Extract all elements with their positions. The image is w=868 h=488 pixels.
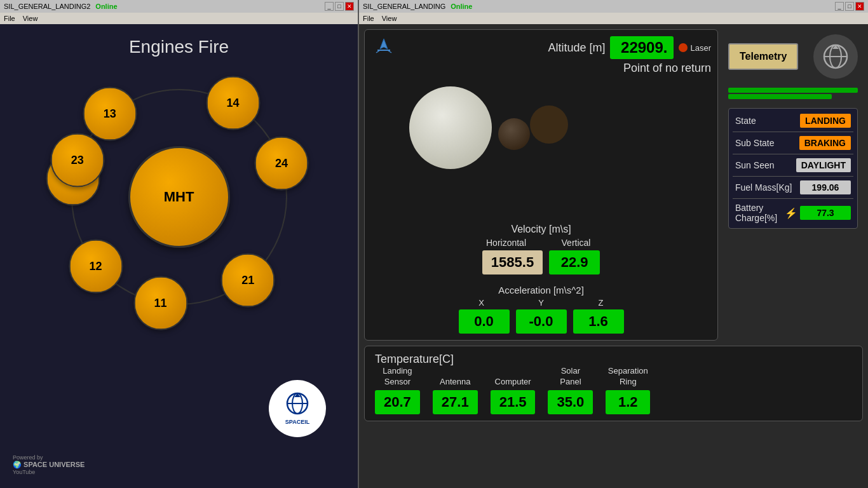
altitude-row: Altitude [m] 22909. Laser <box>371 36 711 59</box>
velocity-values-row: 1585.5 22.9 <box>371 250 711 274</box>
accel-title: Acceleration [m\s^2] <box>371 285 711 295</box>
laser-indicator: Laser <box>679 43 711 53</box>
moon-circle <box>409 86 492 169</box>
divider-3 <box>733 176 853 177</box>
battery-label: Battery Charge[%] <box>735 203 785 223</box>
right-menubar: File View <box>359 13 868 24</box>
sun-seen-label: Sun Seen <box>735 160 775 170</box>
temp-val-4: 1.2 <box>606 390 650 414</box>
accel-x-value: 0.0 <box>459 309 510 334</box>
temp-val-2: 21.5 <box>491 390 536 414</box>
fuel-value: 199.06 <box>800 180 851 194</box>
temp-val-3: 35.0 <box>548 390 593 414</box>
engine-label-21: 21 <box>241 273 254 287</box>
battery-value: 77.3 <box>800 206 851 220</box>
divider-2 <box>733 154 853 154</box>
engine-label-24: 24 <box>275 157 288 170</box>
left-title-text: SIL_GENERAL_LANDING2 <box>4 3 90 10</box>
maximize-btn[interactable]: □ <box>335 2 344 11</box>
accel-xyz-labels: X Y Z <box>371 298 711 308</box>
right-titlebar: SIL_GENERAL_LANDING Online _ □ ✕ <box>359 0 868 13</box>
temp-columns: LandingSensor 20.7 Antenna 27.1 Computer… <box>375 366 852 414</box>
svg-marker-4 <box>380 39 388 49</box>
divider-1 <box>733 132 853 132</box>
temp-col-landing-sensor: LandingSensor 20.7 <box>375 366 420 414</box>
telemetry-visual-panel: Altitude [m] 22909. Laser Point of no re… <box>364 29 718 341</box>
temperature-panel: Temperature[C] LandingSensor 20.7 Antenn… <box>364 346 863 421</box>
right-menu-file[interactable]: File <box>363 15 374 22</box>
velocity-title: Velocity [m\s] <box>371 224 711 235</box>
engines-title: Engines Fire <box>0 37 358 57</box>
temp-val-0: 20.7 <box>375 390 420 414</box>
temp-title: Temperature[C] <box>375 353 454 365</box>
left-win-controls: _ □ ✕ <box>325 2 354 11</box>
vertical-label: Vertical <box>548 238 605 248</box>
green-bars-area <box>728 88 858 100</box>
spaceil-logo-text: SPACEIL <box>285 419 309 425</box>
horizontal-value: 1585.5 <box>482 250 543 274</box>
battery-lightning-icon: ⚡ <box>785 207 797 219</box>
telemetry-button[interactable]: Telemetry <box>728 43 798 70</box>
engine-label-12: 12 <box>90 259 102 273</box>
engine-label-13: 13 <box>104 107 116 121</box>
temp-label-0: LandingSensor <box>383 366 412 388</box>
right-win-controls: _ □ ✕ <box>835 2 864 11</box>
sub-state-label: Sub State <box>735 138 775 148</box>
laser-dot <box>679 43 688 52</box>
close-btn[interactable]: ✕ <box>345 2 354 11</box>
right-panel: SIL_GENERAL_LANDING Online _ □ ✕ File Vi… <box>359 0 868 488</box>
engine-node-13: 13 <box>83 87 137 141</box>
spaceil-logo-left: SPACEIL <box>269 380 326 437</box>
right-close-btn[interactable]: ✕ <box>855 2 864 11</box>
accel-x-label: X <box>456 298 507 308</box>
top-section: Altitude [m] 22909. Laser Point of no re… <box>364 29 863 341</box>
spacecraft-visual-area <box>371 80 711 212</box>
green-bar-1 <box>728 88 858 93</box>
sub-state-row: Sub State BRAKING <box>733 135 853 151</box>
spacecraft-icon-area <box>371 36 397 64</box>
state-row: State LANDING <box>733 112 853 129</box>
engine-label-11: 11 <box>154 296 167 309</box>
accel-y-value: -0.0 <box>516 309 567 334</box>
left-titlebar: SIL_GENERAL_LANDING2 Online _ □ ✕ <box>0 0 358 13</box>
right-minimize-btn[interactable]: _ <box>835 2 844 11</box>
accel-z-value: 1.6 <box>573 309 624 334</box>
temp-col-computer: Computer 21.5 <box>491 377 536 414</box>
engine-node-11: 11 <box>133 276 187 330</box>
space-universe-youtube: YouTube <box>13 469 85 475</box>
right-menu-view[interactable]: View <box>382 15 397 22</box>
sun-seen-row: Sun Seen DAYLIGHT <box>733 157 853 173</box>
engine-node-21: 21 <box>221 253 275 307</box>
vertical-value: 22.9 <box>549 250 600 274</box>
left-menu-file[interactable]: File <box>4 15 15 22</box>
minimize-btn[interactable]: _ <box>325 2 334 11</box>
temp-col-solar-panel: SolarPanel 35.0 <box>548 366 593 414</box>
spacecraft-icon <box>371 36 397 62</box>
battery-indicator: ⚡ 77.3 <box>785 206 851 220</box>
fuel-label: Fuel Mass[Kg] <box>735 182 792 193</box>
sub-state-value: BRAKING <box>799 136 851 150</box>
velocity-labels-row: Horizontal Vertical <box>371 238 711 248</box>
left-status-text: Online <box>95 3 117 10</box>
temp-val-1: 27.1 <box>433 390 478 414</box>
status-panel: Telemetry <box>723 29 863 341</box>
engine-diagram: 13 14 24 21 11 12 22 23 MHT <box>52 64 306 330</box>
accel-y-label: Y <box>516 298 567 308</box>
sun-seen-value: DAYLIGHT <box>796 158 851 172</box>
fuel-row: Fuel Mass[Kg] 199.06 <box>733 179 853 196</box>
engine-label-14: 14 <box>226 97 239 110</box>
state-label: State <box>735 116 756 126</box>
spaceil-right-logo-icon <box>820 43 851 71</box>
battery-row: Battery Charge[%] ⚡ 77.3 <box>733 201 853 224</box>
space-universe-text: Powered by <box>13 454 85 461</box>
status-top-row: Telemetry <box>728 34 858 79</box>
laser-text: Laser <box>690 43 711 53</box>
acceleration-section: Acceleration [m\s^2] X Y Z 0.0 -0.0 1.6 <box>371 285 711 334</box>
engine-node-12: 12 <box>69 239 123 293</box>
space-universe-brand: 🌍 SPACE UNIVERSE <box>13 461 85 469</box>
left-menu-view[interactable]: View <box>23 15 38 22</box>
right-maximize-btn[interactable]: □ <box>845 2 854 11</box>
right-status-text: Online <box>451 3 472 10</box>
spaceil-logo-right <box>813 34 858 79</box>
green-bar-2 <box>728 94 832 99</box>
